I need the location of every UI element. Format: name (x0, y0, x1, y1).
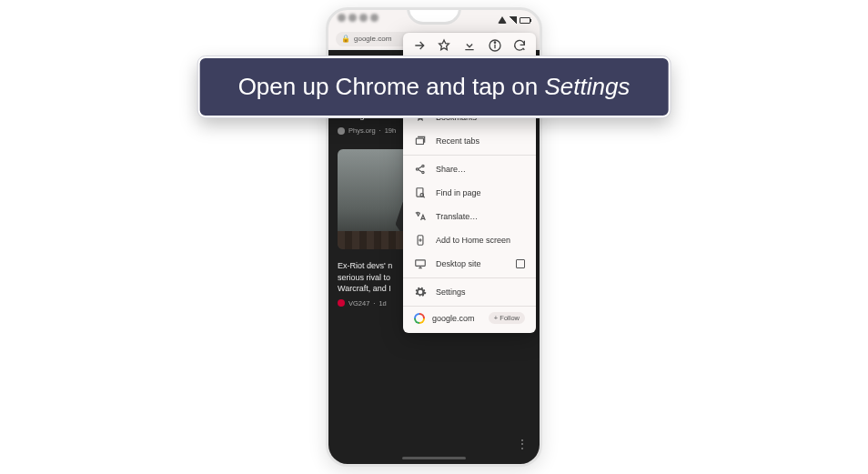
menu-item-desktop-site[interactable]: Desktop site (403, 252, 536, 276)
svg-point-8 (422, 165, 424, 166)
find-icon (414, 187, 427, 199)
svg-point-4 (494, 42, 495, 43)
refresh-icon[interactable] (512, 38, 527, 53)
card-age: 19h (385, 126, 397, 135)
lock-icon: 🔒 (341, 35, 350, 43)
info-icon[interactable] (488, 38, 502, 53)
url-text: google.com (354, 35, 391, 43)
menu-divider (403, 277, 536, 278)
add-home-icon (414, 234, 427, 247)
menu-divider (403, 155, 536, 156)
status-left-blur (338, 14, 378, 22)
menu-item-label: Desktop site (436, 259, 481, 268)
forward-icon[interactable] (412, 38, 427, 53)
menu-item-find-in-page[interactable]: Find in page (403, 181, 536, 205)
menu-item-add-home-screen[interactable]: Add to Home screen (403, 228, 536, 252)
star-icon[interactable] (437, 38, 451, 53)
card-overflow-icon[interactable]: ⋮ (516, 437, 529, 451)
callout-emphasis: Settings (544, 73, 630, 100)
svg-rect-6 (416, 138, 423, 144)
menu-item-label: Add to Home screen (436, 236, 510, 245)
desktop-site-checkbox[interactable] (516, 259, 525, 268)
menu-item-recent-tabs[interactable]: Recent tabs (403, 129, 536, 153)
menu-item-settings[interactable]: Settings (403, 280, 536, 304)
download-icon[interactable] (462, 38, 477, 53)
home-indicator[interactable] (402, 457, 466, 459)
menu-site-label: google.com (432, 314, 475, 323)
menu-item-translate[interactable]: Translate… (403, 205, 536, 228)
menu-site-row[interactable]: google.com + Follow (403, 306, 536, 329)
share-icon (414, 163, 427, 176)
desktop-icon (414, 257, 427, 270)
card-age: 1d (378, 299, 386, 308)
svg-rect-13 (416, 260, 426, 266)
menu-item-label: Translate… (436, 212, 478, 221)
menu-item-label: Find in page (436, 188, 481, 197)
svg-point-9 (422, 171, 424, 173)
card-source: Phys.org (348, 126, 376, 135)
google-icon (414, 313, 425, 324)
menu-top-actions (403, 33, 536, 58)
source-avatar (338, 127, 345, 135)
battery-icon (520, 17, 530, 24)
gear-icon (414, 286, 427, 298)
wifi-icon (498, 16, 507, 24)
svg-point-7 (416, 168, 418, 170)
translate-icon (414, 210, 427, 223)
follow-button[interactable]: + Follow (489, 312, 525, 324)
callout-text: Open up Chrome and tap on (238, 73, 545, 100)
source-avatar (338, 299, 345, 307)
menu-item-label: Share… (436, 165, 466, 174)
menu-item-label: Settings (436, 287, 466, 297)
instruction-callout: Open up Chrome and tap on Settings (198, 56, 671, 117)
phone-notch (407, 8, 461, 25)
tabs-icon (414, 135, 427, 147)
svg-rect-10 (417, 188, 423, 197)
signal-icon (510, 16, 517, 24)
menu-item-label: Recent tabs (436, 136, 479, 146)
menu-item-share[interactable]: Share… (403, 157, 536, 181)
card-source: VG247 (348, 299, 369, 308)
